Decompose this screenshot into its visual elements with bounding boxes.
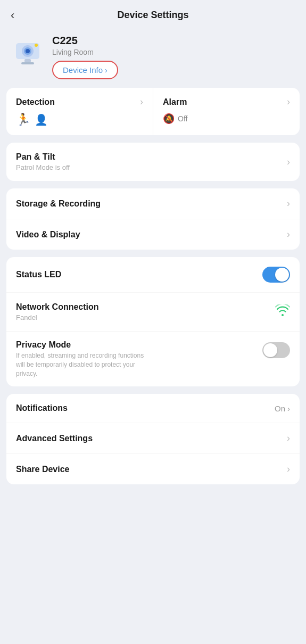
svg-point-3	[26, 49, 30, 53]
status-led-left: Status LED	[16, 270, 61, 279]
share-device-item[interactable]: Share Device ›	[6, 454, 300, 484]
status-led-knob	[275, 268, 289, 282]
advanced-settings-label: Advanced Settings	[16, 434, 93, 443]
advanced-settings-right: ›	[287, 433, 290, 444]
alarm-header: Alarm ›	[163, 96, 290, 108]
storage-video-section: Storage & Recording › Video & Display ›	[6, 188, 300, 250]
pan-tilt-left: Pan & Tilt Patrol Mode is off	[16, 152, 70, 171]
privacy-mode-label: Privacy Mode	[16, 340, 154, 350]
status-led-toggle[interactable]	[262, 267, 290, 283]
share-device-right: ›	[287, 464, 290, 475]
detection-header: Detection ›	[16, 96, 143, 108]
alarm-item[interactable]: Alarm › 🔕 Off	[153, 88, 300, 135]
pan-tilt-right: ›	[287, 156, 290, 168]
device-card: C225 Living Room Device Info ›	[0, 27, 306, 88]
notifications-left: Notifications	[16, 403, 68, 413]
wifi-icon	[275, 304, 290, 319]
notifications-chevron: ›	[287, 404, 290, 413]
svg-point-4	[35, 44, 38, 47]
network-name: Fandel	[16, 313, 99, 321]
advanced-settings-chevron: ›	[287, 433, 290, 444]
svg-rect-5	[24, 59, 31, 62]
bottom-section: Notifications On › Advanced Settings › S…	[6, 394, 300, 484]
privacy-mode-knob	[263, 343, 277, 357]
share-device-label: Share Device	[16, 465, 70, 474]
network-connection-item[interactable]: Network Connection Fandel	[6, 293, 300, 332]
pan-tilt-chevron: ›	[287, 156, 290, 168]
detection-icons: 🏃 👤	[16, 113, 143, 127]
device-info-button[interactable]: Device Info ›	[52, 61, 118, 79]
device-info: C225 Living Room Device Info ›	[52, 32, 118, 79]
status-led-label: Status LED	[16, 270, 61, 279]
share-device-left: Share Device	[16, 465, 70, 474]
alarm-status: 🔕 Off	[163, 113, 290, 125]
pan-tilt-label: Pan & Tilt	[16, 152, 70, 162]
back-button[interactable]: ‹	[11, 9, 14, 22]
detection-alarm-section: Detection › 🏃 👤 Alarm › 🔕 Off	[6, 88, 300, 135]
page-title: Device Settings	[117, 10, 188, 21]
header: ‹ Device Settings	[0, 0, 306, 27]
device-info-label: Device Info	[63, 65, 103, 75]
video-display-right: ›	[287, 229, 290, 240]
motion-icon: 🏃	[16, 113, 30, 127]
advanced-settings-item[interactable]: Advanced Settings ›	[6, 423, 300, 454]
device-name: C225	[52, 35, 118, 47]
status-led-item: Status LED	[6, 257, 300, 293]
privacy-mode-toggle-wrapper	[262, 340, 290, 358]
notifications-label: Notifications	[16, 403, 68, 413]
settings-section: Status LED Network Connection Fandel Pr	[6, 257, 300, 386]
person-icon: 👤	[35, 113, 48, 126]
alarm-chevron: ›	[287, 96, 290, 108]
video-display-chevron: ›	[287, 229, 290, 240]
storage-recording-left: Storage & Recording	[16, 199, 101, 209]
video-display-item[interactable]: Video & Display ›	[6, 219, 300, 250]
alarm-status-text: Off	[178, 114, 187, 123]
svg-rect-6	[21, 62, 34, 64]
share-device-chevron: ›	[287, 464, 290, 475]
network-connection-label: Network Connection	[16, 302, 99, 312]
video-display-label: Video & Display	[16, 230, 80, 240]
storage-recording-right: ›	[287, 198, 290, 209]
alarm-label: Alarm	[163, 97, 187, 107]
storage-recording-chevron: ›	[287, 198, 290, 209]
storage-recording-label: Storage & Recording	[16, 199, 101, 209]
privacy-mode-toggle[interactable]	[262, 342, 290, 358]
device-info-chevron: ›	[105, 66, 107, 75]
network-connection-right	[275, 304, 290, 319]
privacy-mode-description: If enabled, streaming and recording func…	[16, 351, 154, 378]
pan-tilt-item[interactable]: Pan & Tilt Patrol Mode is off ›	[6, 143, 300, 181]
privacy-mode-item: Privacy Mode If enabled, streaming and r…	[6, 332, 300, 386]
device-location: Living Room	[52, 48, 118, 56]
notifications-right: On ›	[275, 404, 290, 413]
pan-tilt-section: Pan & Tilt Patrol Mode is off ›	[6, 143, 300, 181]
video-display-left: Video & Display	[16, 230, 80, 240]
network-connection-left: Network Connection Fandel	[16, 302, 99, 321]
device-icon	[11, 32, 45, 67]
storage-recording-item[interactable]: Storage & Recording ›	[6, 188, 300, 219]
alarm-slash-icon: 🔕	[163, 113, 175, 125]
detection-item[interactable]: Detection › 🏃 👤	[6, 88, 153, 135]
detection-label: Detection	[16, 97, 55, 107]
advanced-settings-left: Advanced Settings	[16, 434, 93, 443]
pan-tilt-sub: Patrol Mode is off	[16, 163, 70, 171]
notifications-status: On	[275, 404, 285, 413]
notifications-item[interactable]: Notifications On ›	[6, 394, 300, 423]
privacy-mode-left: Privacy Mode If enabled, streaming and r…	[16, 340, 154, 378]
detection-chevron: ›	[140, 96, 143, 108]
